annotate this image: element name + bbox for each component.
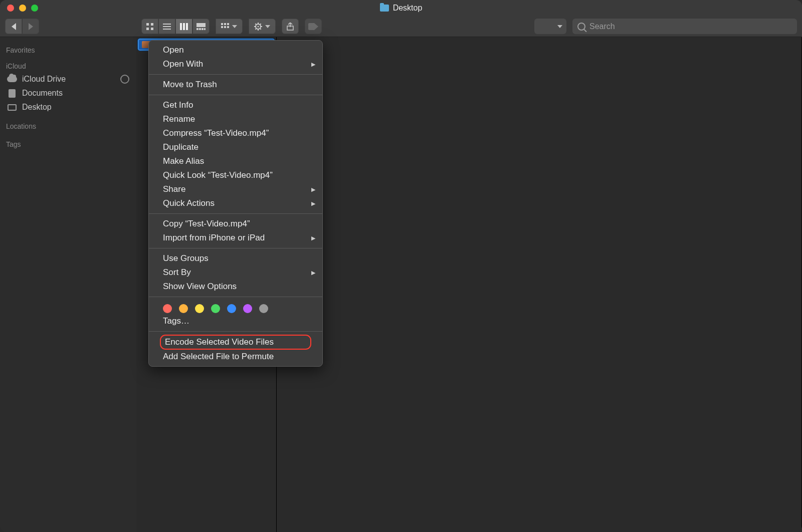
- window-title-text: Desktop: [393, 4, 423, 13]
- minimize-button[interactable]: [19, 5, 26, 12]
- svg-rect-17: [227, 23, 229, 25]
- context-menu-item[interactable]: Use Groups: [149, 251, 322, 265]
- context-menu-item[interactable]: Show View Options: [149, 280, 322, 294]
- context-menu-item[interactable]: Open With: [149, 57, 322, 71]
- tag-color-dot[interactable]: [227, 304, 236, 313]
- list-view-button[interactable]: [158, 19, 175, 34]
- context-menu-item[interactable]: Move to Trash: [149, 78, 322, 92]
- svg-rect-8: [183, 23, 185, 30]
- toolbar-dropdown[interactable]: [534, 19, 566, 34]
- context-menu-item[interactable]: Quick Look “Test-Video.mp4”: [149, 168, 322, 182]
- context-menu-item[interactable]: Add Selected File to Permute: [149, 350, 322, 364]
- share-button[interactable]: [282, 19, 299, 34]
- sidebar-item-label: iCloud Drive: [22, 75, 66, 84]
- back-button[interactable]: [5, 19, 22, 34]
- nav-buttons: [5, 19, 39, 34]
- context-menu-item-encode-video[interactable]: Encode Selected Video Files: [163, 336, 308, 349]
- sidebar-item-label: Desktop: [22, 103, 52, 112]
- context-menu-item[interactable]: Import from iPhone or iPad: [149, 231, 322, 245]
- context-menu-item[interactable]: Get Info: [149, 98, 322, 112]
- svg-rect-6: [163, 29, 171, 30]
- sidebar-header-locations: Locations: [0, 119, 136, 132]
- tag-color-dot[interactable]: [259, 304, 268, 313]
- window-title: Desktop: [0, 4, 802, 13]
- tags-button[interactable]: [305, 19, 322, 34]
- svg-rect-2: [146, 28, 149, 30]
- finder-window: Desktop: [0, 0, 802, 532]
- sidebar: Favorites iCloud iCloud Drive Documents …: [0, 37, 136, 532]
- share-icon: [287, 23, 294, 31]
- group-by-button-group: [216, 19, 243, 34]
- action-menu-button[interactable]: [249, 19, 276, 34]
- tag-color-row: [149, 300, 322, 314]
- chevron-down-icon: [232, 25, 237, 28]
- context-menu-item[interactable]: Duplicate: [149, 140, 322, 154]
- svg-rect-12: [199, 28, 201, 30]
- action-button-group: [249, 19, 276, 34]
- search-input[interactable]: [589, 22, 792, 31]
- tag-icon: [308, 23, 318, 30]
- desktop-icon: [8, 104, 17, 111]
- search-field[interactable]: [572, 19, 797, 34]
- sidebar-header-icloud: iCloud: [0, 59, 136, 72]
- context-menu-item[interactable]: Make Alias: [149, 154, 322, 168]
- gallery-view-button[interactable]: [192, 19, 210, 34]
- sidebar-item-desktop[interactable]: Desktop: [0, 100, 136, 114]
- view-switcher: [141, 19, 210, 34]
- document-icon: [9, 89, 16, 98]
- svg-rect-14: [204, 28, 206, 30]
- menu-separator: [149, 297, 322, 297]
- context-menu-item[interactable]: Quick Actions: [149, 196, 322, 210]
- progress-icon: [120, 75, 129, 84]
- chevron-down-icon: [557, 25, 562, 28]
- sidebar-item-label: Documents: [22, 89, 63, 98]
- svg-rect-16: [224, 23, 226, 25]
- forward-button[interactable]: [22, 19, 39, 34]
- search-icon: [577, 23, 585, 31]
- chevron-down-icon: [265, 25, 270, 28]
- menu-separator: [149, 248, 322, 248]
- context-menu-tags-label[interactable]: Tags…: [149, 314, 322, 328]
- svg-rect-11: [196, 28, 198, 30]
- tag-color-dot[interactable]: [179, 304, 188, 313]
- sidebar-item-icloud-drive[interactable]: iCloud Drive: [0, 72, 136, 86]
- context-menu-item[interactable]: Compress “Test-Video.mp4”: [149, 126, 322, 140]
- svg-rect-0: [146, 23, 149, 26]
- svg-rect-13: [202, 28, 204, 30]
- tag-color-dot[interactable]: [211, 304, 220, 313]
- svg-point-22: [258, 26, 259, 27]
- titlebar: Desktop: [0, 0, 802, 16]
- context-menu: OpenOpen WithMove to TrashGet InfoRename…: [148, 40, 323, 367]
- context-menu-item[interactable]: Sort By: [149, 265, 322, 280]
- group-by-button[interactable]: [216, 19, 243, 34]
- tag-color-dot[interactable]: [243, 304, 252, 313]
- gear-icon: [254, 23, 262, 31]
- svg-rect-3: [151, 28, 153, 30]
- sidebar-item-documents[interactable]: Documents: [0, 86, 136, 100]
- context-menu-item[interactable]: Open: [149, 43, 322, 57]
- svg-rect-15: [221, 23, 223, 25]
- column-view-button[interactable]: [175, 19, 192, 34]
- column-2[interactable]: [277, 37, 802, 532]
- icon-view-button[interactable]: [141, 19, 158, 34]
- svg-rect-9: [186, 23, 188, 30]
- context-menu-item[interactable]: Rename: [149, 112, 322, 126]
- sidebar-header-tags: Tags: [0, 137, 136, 150]
- toolbar: [0, 16, 802, 37]
- close-button[interactable]: [7, 5, 14, 12]
- traffic-lights: [0, 5, 38, 12]
- svg-rect-7: [180, 23, 182, 30]
- cloud-icon: [7, 76, 17, 82]
- context-menu-item[interactable]: Share: [149, 182, 322, 196]
- context-menu-item[interactable]: Copy “Test-Video.mp4”: [149, 217, 322, 231]
- tag-color-dot[interactable]: [195, 304, 204, 313]
- menu-separator: [149, 95, 322, 95]
- menu-separator: [149, 74, 322, 75]
- window-body: Favorites iCloud iCloud Drive Documents …: [0, 37, 802, 532]
- annotation-highlight: Encode Selected Video Files: [160, 335, 311, 350]
- tag-color-dot[interactable]: [163, 304, 172, 313]
- menu-separator: [149, 331, 322, 332]
- zoom-button[interactable]: [31, 5, 38, 12]
- folder-icon: [380, 5, 389, 12]
- menu-separator: [149, 213, 322, 214]
